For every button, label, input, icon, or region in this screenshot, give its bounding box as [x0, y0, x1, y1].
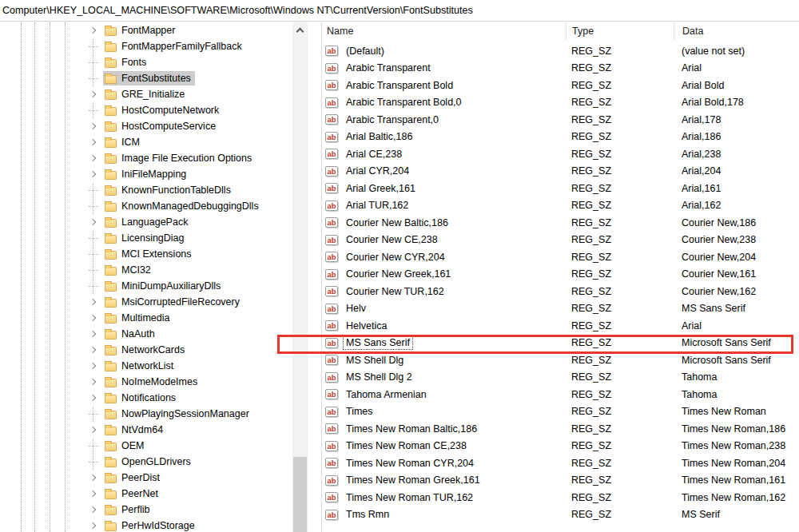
- tree-item-expander[interactable]: [86, 454, 100, 470]
- tree-item[interactable]: ICM: [0, 134, 292, 150]
- tree-item-expander[interactable]: [86, 438, 100, 454]
- tree-item-content[interactable]: Perflib: [103, 502, 153, 517]
- tree-item-expander[interactable]: [86, 246, 100, 262]
- tree-item-expander[interactable]: [86, 54, 100, 70]
- tree-item-expander[interactable]: [86, 214, 100, 230]
- tree-item-content[interactable]: KnownFunctionTableDlls: [103, 183, 235, 197]
- tree-item-content[interactable]: PeerDist: [103, 470, 164, 485]
- tree-item[interactable]: Image File Execution Options: [0, 150, 292, 166]
- registry-value-row[interactable]: ab MS Sans Serif REG_SZ Microsoft Sans S…: [322, 335, 799, 352]
- tree-item-expander[interactable]: [86, 470, 100, 486]
- registry-value-row[interactable]: ab Courier New Greek,161 REG_SZ Courier …: [322, 266, 799, 284]
- registry-value-row[interactable]: ab Times New Roman TUR,162 REG_SZ Times …: [322, 489, 799, 506]
- tree-item[interactable]: HostComputeNetwork: [0, 102, 292, 118]
- registry-value-row[interactable]: ab Times REG_SZ Times New Roman: [322, 403, 799, 421]
- tree-item-content[interactable]: MiniDumpAuxiliaryDlls: [103, 279, 225, 293]
- tree-item-content[interactable]: GRE_Initialize: [103, 87, 189, 101]
- registry-value-row[interactable]: ab Arabic Transparent Bold REG_SZ Arial …: [322, 77, 799, 94]
- tree-item[interactable]: KnownManagedDebuggingDlls: [0, 198, 292, 214]
- tree-item-expander[interactable]: [86, 406, 100, 422]
- registry-value-row[interactable]: ab Times New Roman CE,238 REG_SZ Times N…: [322, 438, 799, 455]
- scroll-up-button[interactable]: [292, 22, 308, 38]
- tree-item[interactable]: PeerNet: [0, 486, 292, 502]
- column-header-data[interactable]: Data: [674, 22, 799, 40]
- registry-value-row[interactable]: ab MS Shell Dlg 2 REG_SZ Tahoma: [322, 369, 799, 387]
- tree-item-content[interactable]: FontMapperFamilyFallback: [103, 39, 246, 54]
- tree-item[interactable]: LicensingDiag: [0, 230, 292, 246]
- tree-item[interactable]: MiniDumpAuxiliaryDlls: [0, 278, 292, 294]
- tree-item[interactable]: KnownFunctionTableDlls: [0, 182, 292, 198]
- tree-item-content[interactable]: MCI32: [103, 263, 155, 277]
- tree-item-content[interactable]: Image File Execution Options: [103, 151, 256, 165]
- column-header-type[interactable]: Type: [566, 22, 674, 40]
- tree-item-expander[interactable]: [86, 134, 100, 150]
- tree-item-expander[interactable]: [86, 262, 100, 278]
- tree-item-expander[interactable]: [86, 118, 100, 134]
- tree-item-expander[interactable]: [86, 326, 100, 342]
- tree-item[interactable]: Fonts: [0, 54, 292, 70]
- tree-scrollbar[interactable]: [292, 22, 308, 532]
- tree-item[interactable]: GRE_Initialize: [0, 86, 292, 102]
- tree-item[interactable]: NoImeModeImes: [0, 374, 292, 390]
- tree-item[interactable]: NetworkList: [0, 358, 292, 374]
- tree-item-content[interactable]: Multimedia: [103, 311, 173, 325]
- tree-item-content[interactable]: Notifications: [103, 391, 180, 405]
- tree-item-expander[interactable]: [86, 422, 100, 438]
- registry-value-row[interactable]: ab Helvetica REG_SZ Arial: [322, 317, 799, 335]
- registry-value-row[interactable]: ab Courier New CYR,204 REG_SZ Courier Ne…: [322, 248, 799, 266]
- tree-item[interactable]: MsiCorruptedFileRecovery: [0, 294, 292, 310]
- registry-value-row[interactable]: ab Times New Roman Greek,161 REG_SZ Time…: [322, 472, 799, 490]
- tree-item-content[interactable]: FontSubstitutes: [103, 71, 195, 85]
- registry-value-row[interactable]: ab Arabic Transparent Bold,0 REG_SZ Aria…: [322, 94, 799, 112]
- tree-item-expander[interactable]: [86, 38, 100, 54]
- scrollbar-thumb[interactable]: [293, 457, 307, 532]
- tree-item-expander[interactable]: [86, 358, 100, 374]
- tree-item-expander[interactable]: [86, 182, 100, 198]
- tree-item-content[interactable]: PeerNet: [103, 486, 162, 501]
- registry-value-row[interactable]: ab Courier New CE,238 REG_SZ Courier New…: [322, 232, 799, 249]
- tree-item-content[interactable]: NetworkCards: [103, 343, 189, 357]
- tree-item-expander[interactable]: [86, 390, 100, 406]
- tree-item[interactable]: LanguagePack: [0, 214, 292, 230]
- tree-item[interactable]: NaAuth: [0, 326, 292, 342]
- registry-value-row[interactable]: ab Arial Baltic,186 REG_SZ Arial,186: [322, 129, 799, 146]
- tree-item[interactable]: IniFileMapping: [0, 166, 292, 182]
- tree-item-expander[interactable]: [86, 70, 100, 86]
- tree-item-content[interactable]: NoImeModeImes: [103, 375, 201, 389]
- tree-item-expander[interactable]: [86, 294, 100, 310]
- tree-item[interactable]: NowPlayingSessionManager: [0, 406, 292, 422]
- registry-value-row[interactable]: ab Times New Roman CYR,204 REG_SZ Times …: [322, 455, 799, 472]
- tree-item[interactable]: PeerDist: [0, 470, 292, 486]
- tree-item-expander[interactable]: [86, 86, 100, 102]
- tree-item-content[interactable]: Fonts: [103, 55, 150, 69]
- registry-value-row[interactable]: ab Arabic Transparent,0 REG_SZ Arial,178: [322, 111, 799, 129]
- registry-value-row[interactable]: ab (Default) REG_SZ (value not set): [322, 42, 799, 60]
- registry-value-row[interactable]: ab Courier New Baltic,186 REG_SZ Courier…: [322, 214, 799, 232]
- tree-item-content[interactable]: LanguagePack: [103, 215, 192, 229]
- registry-value-row[interactable]: ab Times New Roman Baltic,186 REG_SZ Tim…: [322, 420, 799, 438]
- tree-item-expander[interactable]: [86, 486, 100, 502]
- tree-item[interactable]: FontMapper: [0, 22, 292, 38]
- tree-item[interactable]: Notifications: [0, 390, 292, 406]
- tree-item[interactable]: Multimedia: [0, 310, 292, 326]
- registry-value-row[interactable]: ab Helv REG_SZ MS Sans Serif: [322, 300, 799, 318]
- tree-item[interactable]: OpenGLDrivers: [0, 454, 292, 470]
- tree-item-content[interactable]: HostComputeService: [103, 119, 220, 133]
- tree-item[interactable]: FontMapperFamilyFallback: [0, 38, 292, 54]
- registry-value-row[interactable]: ab Arabic Transparent REG_SZ Arial: [322, 60, 799, 77]
- tree-item-expander[interactable]: [86, 166, 100, 182]
- tree-item[interactable]: PerHwIdStorage: [0, 518, 292, 532]
- tree-item-expander[interactable]: [86, 502, 100, 518]
- registry-value-row[interactable]: ab Courier New TUR,162 REG_SZ Courier Ne…: [322, 283, 799, 300]
- tree-item-content[interactable]: OEM: [103, 439, 148, 453]
- tree-item-content[interactable]: NtVdm64: [103, 423, 167, 437]
- tree-item-content[interactable]: PerHwIdStorage: [103, 518, 199, 532]
- tree-item-expander[interactable]: [86, 278, 100, 294]
- tree-item-expander[interactable]: [86, 22, 100, 38]
- registry-value-row[interactable]: ab Tms Rmn REG_SZ MS Serif: [322, 506, 799, 524]
- tree-item-content[interactable]: LicensingDiag: [103, 231, 189, 245]
- tree-item-content[interactable]: NaAuth: [103, 327, 159, 341]
- registry-value-row[interactable]: ab Tahoma Armenian REG_SZ Tahoma: [322, 386, 799, 403]
- registry-value-row[interactable]: ab Arial CE,238 REG_SZ Arial,238: [322, 145, 799, 163]
- tree-item[interactable]: FontSubstitutes: [0, 70, 292, 86]
